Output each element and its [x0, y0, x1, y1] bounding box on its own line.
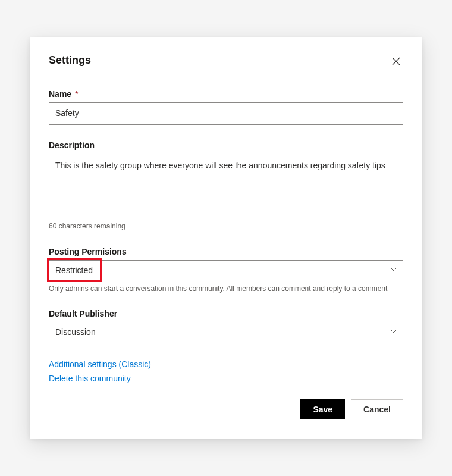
description-remaining: 60 characters remaining [49, 221, 403, 231]
name-field-group: Name * [49, 89, 403, 125]
posting-label: Posting Permisions [49, 247, 403, 256]
description-input[interactable]: This is the safety group where everyone … [49, 154, 403, 215]
close-button[interactable] [389, 54, 403, 70]
name-input[interactable] [49, 102, 403, 125]
footer-actions: Save Cancel [49, 399, 403, 419]
publisher-label: Default Publisher [49, 309, 403, 318]
cancel-button[interactable]: Cancel [351, 399, 403, 419]
posting-field-group: Posting Permisions Restricted Only admin… [49, 247, 403, 294]
description-label: Description [49, 140, 403, 150]
publisher-select-value: Discussion [55, 327, 96, 337]
posting-select-wrap: Restricted [49, 260, 403, 280]
posting-helper: Only admins can start a conversation in … [49, 284, 403, 294]
links-row: Additional settings (Classic) Delete thi… [49, 358, 403, 386]
additional-settings-link[interactable]: Additional settings (Classic) [49, 358, 403, 372]
dialog-header: Settings [49, 54, 403, 70]
publisher-select[interactable]: Discussion [49, 322, 403, 342]
settings-dialog: Settings Name * Description This is the … [30, 37, 422, 439]
close-icon [391, 57, 401, 68]
required-asterisk: * [75, 89, 78, 99]
publisher-field-group: Default Publisher Discussion [49, 309, 403, 342]
posting-select[interactable]: Restricted [49, 260, 403, 280]
publisher-select-wrap: Discussion [49, 322, 403, 342]
save-button[interactable]: Save [300, 399, 345, 419]
delete-community-link[interactable]: Delete this community [49, 372, 403, 386]
description-field-group: Description This is the safety group whe… [49, 140, 403, 231]
posting-select-value: Restricted [55, 265, 93, 275]
name-label: Name * [49, 89, 403, 99]
dialog-title: Settings [49, 54, 91, 67]
